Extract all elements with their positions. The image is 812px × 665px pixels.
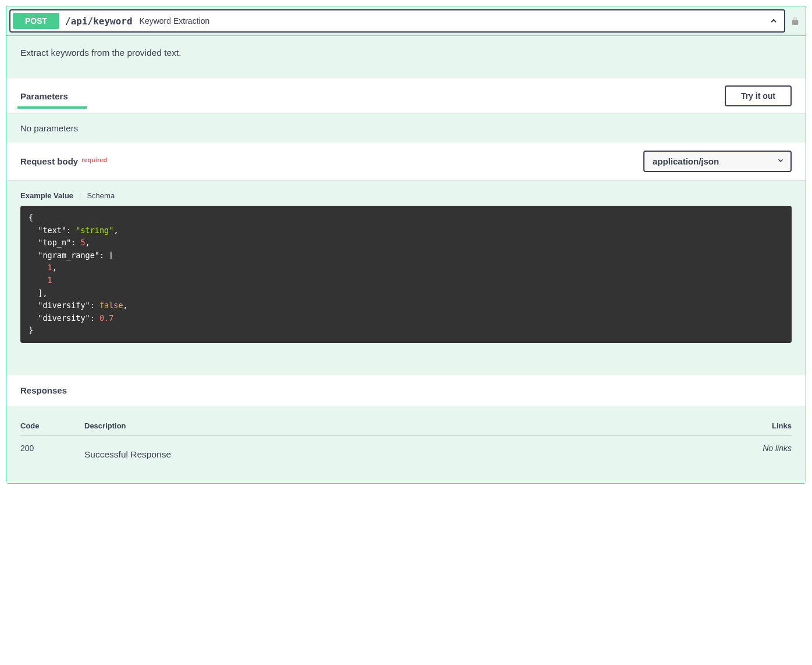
no-parameters-message: No parameters — [6, 114, 806, 142]
operation-summary-inner: POST /api/keyword Keyword Extraction — [9, 9, 785, 33]
parameters-tab-title: Parameters — [20, 91, 68, 101]
example-value-tab[interactable]: Example Value — [20, 191, 73, 200]
schema-tab[interactable]: Schema — [87, 191, 115, 200]
parameters-tab-underline — [17, 106, 87, 109]
collapse-arrow-icon[interactable] — [768, 15, 779, 27]
http-method-badge: POST — [13, 13, 59, 29]
example-code-block[interactable]: { "text": "string", "top_n": 5, "ngram_r… — [20, 206, 792, 343]
operation-body: Extract keywords from the provided text.… — [6, 36, 806, 483]
json-val-ngram-0: 1 — [48, 263, 52, 272]
operation-description-section: Extract keywords from the provided text. — [6, 36, 806, 78]
responses-table: Code Description Links 200 Successful Re… — [20, 417, 792, 460]
responses-col-code: Code — [20, 417, 84, 435]
responses-col-description: Description — [84, 417, 745, 435]
json-example-pre: { "text": "string", "top_n": 5, "ngram_r… — [29, 212, 783, 337]
response-links: No links — [745, 435, 792, 460]
required-label: required — [81, 156, 107, 163]
operation-block: POST /api/keyword Keyword Extraction Ext… — [6, 6, 806, 484]
responses-table-wrapper: Code Description Links 200 Successful Re… — [6, 406, 806, 483]
model-tabs: Example Value | Schema — [20, 191, 792, 200]
try-it-out-button[interactable]: Try it out — [725, 85, 792, 106]
json-val-diversify: false — [99, 301, 123, 310]
json-val-ngram-1: 1 — [48, 276, 52, 285]
operation-path: /api/keyword — [65, 16, 133, 27]
json-val-text: "string" — [76, 226, 113, 235]
response-code: 200 — [20, 435, 84, 460]
responses-col-links: Links — [745, 417, 792, 435]
content-type-select[interactable]: application/json — [643, 151, 792, 172]
tab-divider: | — [79, 191, 81, 200]
json-val-top-n: 5 — [80, 238, 85, 247]
response-description: Successful Response — [84, 444, 745, 460]
operation-summary-text: Keyword Extraction — [140, 16, 764, 26]
request-body-title-text: Request body — [20, 156, 78, 166]
response-row: 200 Successful Response No links — [20, 435, 792, 460]
operation-summary-row[interactable]: POST /api/keyword Keyword Extraction — [6, 6, 806, 36]
parameters-section-header: Parameters Try it out — [6, 78, 806, 114]
request-body-section-header: Request body required application/json — [6, 142, 806, 181]
example-section: Example Value | Schema { "text": "string… — [6, 181, 806, 375]
operation-description-text: Extract keywords from the provided text. — [20, 48, 792, 58]
auth-lock-icon[interactable] — [790, 16, 800, 26]
json-val-diversity: 0.7 — [99, 313, 113, 323]
responses-section-header: Responses — [6, 375, 806, 406]
